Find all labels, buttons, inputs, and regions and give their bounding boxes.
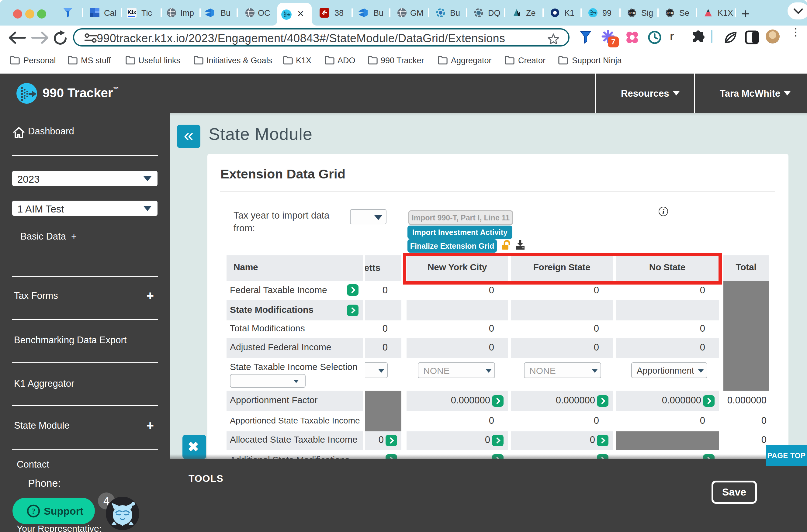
- svg-text:K1X: K1X: [628, 11, 635, 15]
- svg-text:?: ?: [32, 507, 36, 516]
- svg-text:K1X: K1X: [667, 11, 673, 15]
